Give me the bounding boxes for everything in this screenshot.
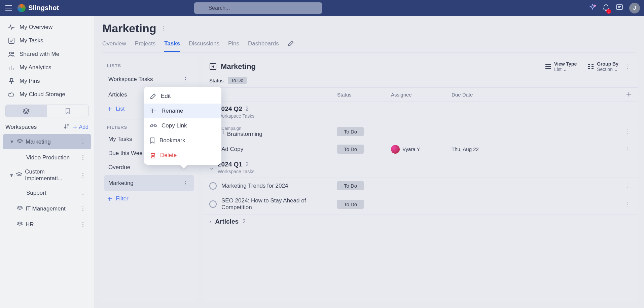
task-status[interactable]: To Do [337, 145, 364, 154]
tab-overview[interactable]: Overview [102, 40, 126, 52]
row-more-icon[interactable]: ⋮ [624, 181, 632, 190]
task-status[interactable]: To Do [337, 181, 364, 190]
menu-edit[interactable]: Edit [144, 89, 221, 104]
section-articles[interactable]: › Articles 2 [203, 215, 638, 229]
ws-item-support[interactable]: Support ⋮ [3, 185, 91, 200]
task-assignee[interactable]: Vyara Y [391, 145, 452, 154]
task-complete-toggle[interactable] [209, 182, 217, 190]
menu-delete[interactable]: Delete [144, 148, 221, 163]
global-search[interactable] [194, 2, 322, 14]
more-icon[interactable]: ⋮ [79, 188, 87, 198]
check-square-icon [8, 37, 15, 44]
more-icon[interactable]: ⋮ [79, 204, 87, 214]
more-icon[interactable]: ⋮ [79, 220, 87, 229]
nav-shared[interactable]: Shared with Me [0, 47, 94, 61]
sort-icon[interactable] [64, 123, 70, 131]
row-more-icon[interactable]: ⋮ [624, 200, 632, 209]
ws-item-hr[interactable]: ▾ HR ⋮ [3, 217, 91, 232]
task-row[interactable]: SEO 2024: How to Stay Ahead of Competiti… [203, 194, 638, 215]
task-status[interactable]: To Do [337, 127, 364, 136]
col-assignee[interactable]: Assignee [391, 92, 452, 98]
task-row[interactable]: Campaign Brainstorming To Do ⋮ [203, 122, 638, 141]
chevron-down-icon[interactable]: ▾ [9, 172, 13, 179]
col-due[interactable]: Due Date [452, 92, 512, 98]
view-type-selector[interactable]: View Type List ⌄ [545, 61, 577, 72]
list-icon [545, 64, 551, 69]
tab-pins[interactable]: Pins [228, 40, 239, 52]
menu-bookmark[interactable]: Bookmark [144, 133, 221, 148]
ws-item-marketing[interactable]: ▾ Marketing ⋮ [3, 134, 91, 149]
menu-toggle-icon[interactable] [4, 3, 13, 13]
section-count: 2 [243, 219, 246, 225]
group-by-selector[interactable]: Group By Section ⌄ [587, 61, 618, 72]
menu-label: Copy Link [162, 122, 187, 129]
ws-label: Marketing [26, 139, 51, 145]
status-label: Status: [209, 78, 225, 83]
list-workspace-tasks[interactable]: Workspace Tasks ⋮ [104, 71, 194, 87]
link-icon [150, 124, 157, 128]
chevron-down-icon[interactable]: ⌄ [209, 164, 214, 171]
task-due[interactable]: Thu, Aug 22 [452, 146, 512, 152]
tab-discussions[interactable]: Discussions [189, 40, 219, 52]
task-row[interactable]: Ad Copy To Do Vyara Y Thu, Aug 22 ⋮ [203, 141, 638, 157]
row-more-icon[interactable]: ⋮ [624, 127, 632, 136]
section-2024-q2[interactable]: ⌄ 2024 Q2 2 Workspace Tasks [203, 102, 638, 122]
add-workspace-button[interactable]: Add [72, 124, 88, 130]
menu-copy-link[interactable]: Copy Link [144, 118, 221, 133]
page-more-icon[interactable]: ⋮ [161, 25, 167, 32]
filter-label: Marketing [108, 180, 134, 187]
seg-workspaces[interactable] [6, 105, 47, 117]
task-name: SEO 2024: How to Stay Ahead of Competiti… [221, 197, 337, 211]
col-status[interactable]: Status [337, 92, 391, 98]
notifications-icon[interactable]: 1 [602, 4, 610, 12]
tasks-panel: Marketing View Type List ⌄ Group By [203, 56, 638, 302]
app-logo[interactable]: Slingshot [17, 4, 59, 12]
add-label: Add [79, 124, 88, 130]
ws-item-custom-impl[interactable]: ▾ Custom Implementati... ⋮ [3, 166, 91, 185]
tasks-title: Marketing [221, 62, 256, 71]
filter-more-icon[interactable]: ⋮ [181, 178, 190, 188]
nav-my-tasks[interactable]: My Tasks [0, 34, 94, 47]
status-chip[interactable]: To Do [228, 77, 247, 84]
chevron-down-icon[interactable]: ▾ [9, 138, 14, 145]
tab-projects[interactable]: Projects [135, 40, 155, 52]
svg-rect-2 [9, 38, 14, 43]
nav-cloud[interactable]: My Cloud Storage [0, 88, 94, 101]
task-status[interactable]: To Do [337, 200, 364, 209]
task-complete-toggle[interactable] [209, 200, 217, 208]
ws-item-it-management[interactable]: ▾ IT Management ⋮ [3, 201, 91, 216]
section-subtitle: Workspace Tasks [218, 169, 254, 174]
add-column-icon[interactable] [626, 91, 632, 98]
more-icon[interactable]: ⋮ [181, 74, 190, 84]
tasks-more-icon[interactable]: ⋮ [622, 62, 632, 72]
more-icon[interactable]: ⋮ [79, 153, 87, 162]
row-more-icon[interactable]: ⋮ [624, 145, 632, 154]
section-2024-q1[interactable]: ⌄ 2024 Q1 2 Workspace Tasks [203, 157, 638, 178]
panel-collapse-icon[interactable] [209, 63, 217, 70]
user-avatar[interactable]: J [629, 3, 640, 13]
ai-sparkle-icon[interactable] [589, 4, 596, 12]
pulse-icon [8, 24, 15, 31]
group-by-value: Section [597, 67, 613, 72]
search-input[interactable] [208, 5, 317, 11]
nav-my-overview[interactable]: My Overview [0, 21, 94, 34]
ws-label: Video Production [26, 154, 70, 161]
task-name: Marketing Trends for 2024 [221, 183, 337, 189]
tabs-edit-icon[interactable] [288, 40, 294, 52]
seg-bookmarks[interactable] [47, 105, 88, 117]
tab-tasks[interactable]: Tasks [164, 40, 180, 52]
nav-label: Shared with Me [20, 51, 59, 57]
add-filter-button[interactable]: Filter [103, 192, 195, 205]
task-row[interactable]: Marketing Trends for 2024 To Do ⋮ [203, 178, 638, 194]
tab-dashboards[interactable]: Dashboards [248, 40, 279, 52]
comments-icon[interactable] [616, 4, 623, 12]
nav-pins[interactable]: My Pins [0, 74, 94, 88]
filter-marketing[interactable]: Marketing ⋮ [104, 175, 194, 191]
column-headers: Status Assignee Due Date [203, 87, 638, 102]
menu-rename[interactable]: Rename [144, 104, 221, 118]
more-icon[interactable]: ⋮ [79, 170, 87, 180]
more-icon[interactable]: ⋮ [79, 137, 87, 147]
chevron-right-icon[interactable]: › [209, 219, 211, 225]
nav-analytics[interactable]: My Analytics [0, 61, 94, 74]
ws-item-video-production[interactable]: Video Production ⋮ [3, 150, 91, 165]
